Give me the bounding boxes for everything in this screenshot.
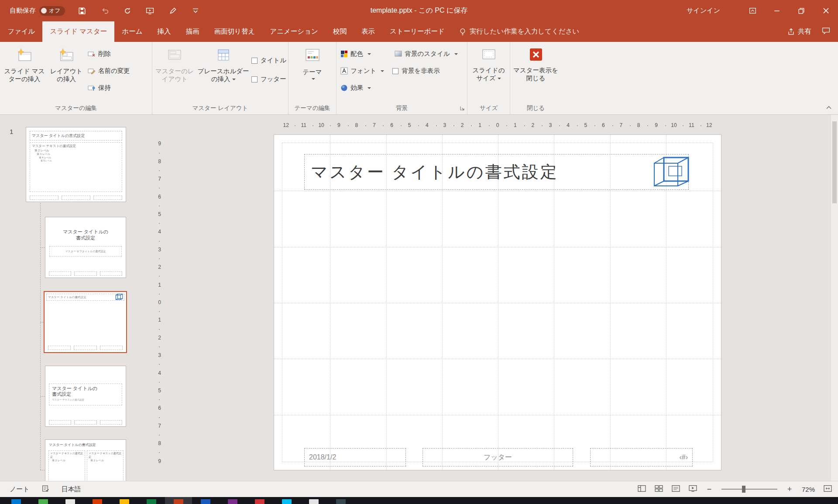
minimize-button[interactable] — [765, 0, 789, 21]
tab-review[interactable]: 校閲 — [326, 21, 354, 42]
taskbar-icon[interactable] — [111, 497, 138, 504]
notes-button[interactable]: ノート — [10, 485, 30, 494]
thumbnail-title-slide-layout[interactable]: マスター タイトルの 書式設定 マスター サブタイトルの書式設定 — [45, 217, 126, 278]
rename-button[interactable]: 名前の変更 — [86, 64, 132, 78]
taskbar-icon[interactable] — [192, 497, 219, 504]
gridline — [274, 359, 721, 359]
footer-placeholder[interactable]: フッター — [422, 448, 573, 466]
ruler-tick — [418, 125, 419, 126]
proofing-button[interactable] — [42, 485, 49, 494]
taskbar-icon[interactable] — [300, 497, 327, 504]
taskbar-icon[interactable] — [273, 497, 300, 504]
dropdown-caret-icon — [498, 78, 501, 79]
hide-background-checkbox[interactable]: 背景を非表示 — [392, 64, 460, 78]
horizontal-ruler[interactable]: 1211109876543210123456789101112 — [274, 120, 721, 131]
share-button[interactable]: 共有 — [787, 27, 811, 36]
tab-view[interactable]: 表示 — [354, 21, 382, 42]
ruler-number: 7 — [373, 122, 376, 128]
thumbnail-two-content-layout[interactable]: マスター タイトルの書式設定 マスター テキストの書式設定 第 2 レベル マス… — [45, 439, 126, 481]
reading-view-button[interactable] — [672, 485, 680, 494]
footer-checkbox[interactable]: フッター — [251, 75, 286, 83]
autosave-pill[interactable]: オフ — [39, 6, 65, 16]
colors-button[interactable]: 配色 — [338, 47, 386, 61]
slide-sorter-view-button[interactable] — [655, 485, 663, 494]
zoom-out-button[interactable]: − — [706, 486, 713, 493]
insert-layout-button[interactable]: レイアウトの挿入 — [47, 44, 86, 101]
taskbar-icon[interactable] — [84, 497, 111, 504]
close-button[interactable] — [814, 0, 838, 21]
tab-file[interactable]: ファイル — [0, 21, 42, 42]
cube-logo[interactable] — [652, 156, 690, 191]
zoom-slider-thumb[interactable] — [742, 486, 745, 493]
save-button[interactable] — [76, 5, 88, 17]
tell-me-box[interactable]: 実行したい作業を入力してください — [459, 21, 580, 42]
collapse-ribbon-button[interactable] — [826, 104, 832, 112]
title-placeholder[interactable]: マスター タイトルの書式設定 — [304, 154, 689, 190]
fonts-label: フォント — [350, 67, 376, 75]
tab-home[interactable]: ホーム — [114, 21, 150, 42]
insert-slide-master-button[interactable]: スライド マスターの挿入 — [2, 44, 47, 101]
fit-to-window-button[interactable] — [824, 485, 832, 494]
zoom-slider[interactable] — [721, 489, 777, 490]
autosave-label: 自動保存 — [10, 7, 36, 15]
normal-view-button[interactable] — [638, 485, 646, 494]
taskbar-icon[interactable] — [30, 497, 57, 504]
date-placeholder[interactable]: 2018/1/2 — [304, 448, 406, 466]
group-label-size: サイズ — [467, 104, 510, 112]
autosave-toggle[interactable]: 自動保存 オフ — [10, 6, 65, 16]
ribbon-tab-bar: ファイル スライド マスター ホーム 挿入 描画 画面切り替え アニメーション … — [0, 21, 838, 42]
thumbnail-section-header-layout[interactable]: マスター タイトルの 書式設定 マスター テキストの書式設定 — [45, 366, 126, 427]
zoom-level-button[interactable]: 72% — [802, 486, 815, 493]
taskbar-icon[interactable] — [219, 497, 246, 504]
tab-insert[interactable]: 挿入 — [150, 21, 179, 42]
ruler-tick — [471, 125, 472, 126]
customize-qat-button[interactable] — [190, 5, 201, 17]
slide-size-button[interactable]: スライドのサイズ — [470, 44, 508, 101]
taskbar-icon[interactable] — [138, 497, 165, 504]
comments-button[interactable] — [822, 27, 830, 37]
taskbar-icon[interactable] — [327, 497, 354, 504]
sign-in-button[interactable]: サインイン — [687, 7, 720, 15]
background-styles-button[interactable]: 背景のスタイル — [392, 47, 460, 61]
start-from-beginning-button[interactable] — [144, 5, 156, 17]
ribbon-display-options-button[interactable] — [740, 0, 765, 21]
pen-button[interactable] — [167, 5, 179, 17]
slide-canvas[interactable]: マスター タイトルの書式設定 2018/1/2 フッター ‹#› — [274, 134, 721, 470]
taskbar-icon[interactable] — [165, 497, 192, 504]
background-dialog-launcher[interactable] — [460, 105, 465, 113]
ruler-number: 0 — [496, 122, 499, 128]
thumbnail-selected-layout[interactable]: マスター タイトルの書式設定 — [44, 291, 127, 353]
taskbar-icon[interactable] — [57, 497, 84, 504]
slide-number-placeholder[interactable]: ‹#› — [590, 448, 693, 466]
title-checkbox[interactable]: タイトル — [251, 56, 286, 65]
slideshow-view-button[interactable] — [689, 485, 697, 494]
thumbnail-slide-master[interactable]: マスター タイトルの書式設定 マスター テキストの書式設定 第 2 レベル 第 … — [26, 127, 126, 202]
taskbar-icon[interactable] — [3, 497, 30, 504]
tab-slide-master[interactable]: スライド マスター — [42, 21, 114, 42]
themes-button[interactable]: テーマ — [292, 44, 333, 101]
group-edit-master: スライド マスターの挿入 レイアウトの挿入 削除 名前の変更 — [0, 42, 152, 114]
undo-button[interactable] — [99, 5, 110, 17]
fonts-button[interactable]: フォント — [338, 64, 386, 78]
preserve-button[interactable]: 保持 — [86, 81, 132, 95]
scrollbar-thumb[interactable] — [832, 121, 837, 203]
language-button[interactable]: 日本語 — [62, 485, 81, 494]
tab-draw[interactable]: 描画 — [179, 21, 207, 42]
vertical-ruler[interactable]: 9876543210123456789 — [155, 134, 164, 470]
taskbar-icon[interactable] — [246, 497, 273, 504]
master-layout-button[interactable]: マスターのレイアウト — [154, 44, 196, 101]
tab-transitions[interactable]: 画面切り替え — [207, 21, 263, 42]
effects-button[interactable]: 効果 — [338, 81, 386, 95]
tab-animations[interactable]: アニメーション — [262, 21, 326, 42]
zoom-in-button[interactable]: + — [786, 486, 793, 493]
close-master-view-button[interactable]: マスター表示を閉じる — [513, 44, 559, 101]
title-bar: 自動保存 オフ — [0, 0, 838, 21]
redo-button[interactable] — [122, 5, 133, 17]
insert-layout-icon — [58, 48, 74, 64]
vertical-scrollbar[interactable] — [831, 115, 838, 481]
tab-storyboarding[interactable]: ストーリーボード — [382, 21, 452, 42]
insert-placeholder-button[interactable]: プレースホルダーの挿入 — [196, 44, 251, 101]
delete-button[interactable]: 削除 — [86, 47, 132, 61]
windows-taskbar — [0, 497, 838, 504]
restore-button[interactable] — [789, 0, 814, 21]
